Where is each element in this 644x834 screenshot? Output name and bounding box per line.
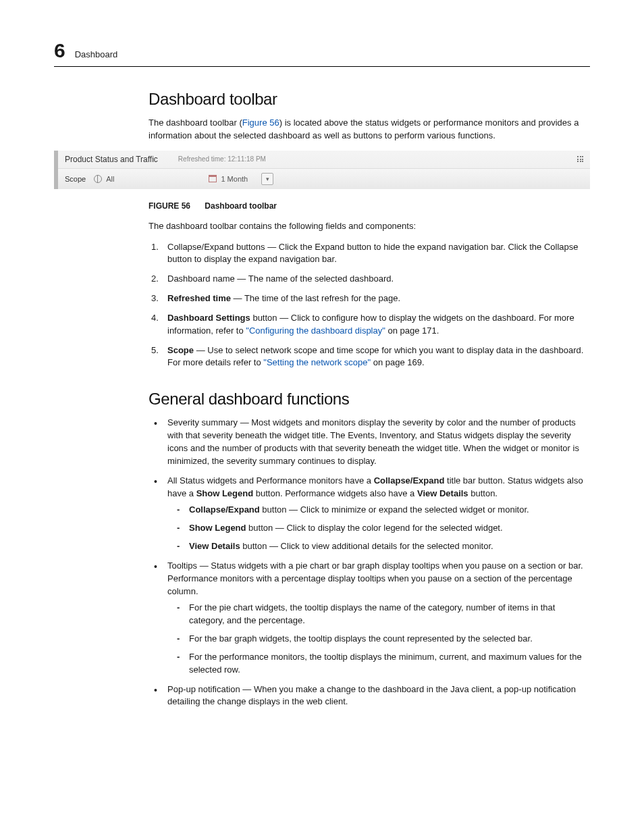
time-scope-dropdown-icon[interactable]: ▾ — [261, 173, 273, 185]
sub-list: For the pie chart widgets, the tooltip d… — [167, 602, 590, 676]
text: For the performance monitors, the toolti… — [189, 652, 582, 675]
sub-list: Collapse/Expand button — Click to minimi… — [167, 504, 590, 553]
list-item: All Status widgets and Performance monit… — [149, 475, 590, 553]
time-scope-value: 1 Month — [221, 175, 248, 183]
list-item: Scope — Use to select network scope and … — [149, 344, 590, 370]
content-column: Dashboard toolbar The dashboard toolbar … — [149, 90, 590, 708]
general-functions-list: Severity summary — Most widgets and moni… — [149, 417, 590, 708]
text: Tooltips — Status widgets with a pie cha… — [167, 561, 583, 596]
text-bold: Scope — [167, 345, 194, 355]
text: button. Performance widgets also have a — [253, 488, 417, 498]
text: — The time of the last refresh for the p… — [231, 293, 400, 303]
text-bold: View Details — [189, 541, 240, 551]
list-item: Severity summary — Most widgets and moni… — [149, 417, 590, 467]
text: For the bar graph widgets, the tooltip d… — [189, 633, 533, 644]
scope-label: Scope — [65, 175, 86, 183]
text: button. — [468, 488, 498, 498]
list-item: Dashboard Settings button — Click to con… — [149, 312, 590, 338]
page-root: 6 Dashboard Dashboard toolbar The dashbo… — [0, 0, 644, 756]
cross-ref-link[interactable]: "Setting the network scope" — [263, 357, 371, 367]
list-item: For the pie chart widgets, the tooltip d… — [167, 602, 590, 627]
text: Severity summary — Most widgets and moni… — [167, 417, 579, 466]
dashboard-name: Product Status and Traffic — [65, 155, 158, 164]
text-bold: Show Legend — [196, 488, 254, 498]
scope-value: All — [106, 175, 114, 183]
cross-ref-link[interactable]: "Configuring the dashboard display" — [246, 325, 385, 336]
list-item: Collapse/Expand buttons — Click the Expa… — [149, 241, 590, 267]
section1-intro: The dashboard toolbar (Figure 56) is loc… — [149, 117, 590, 142]
list-item: For the bar graph widgets, the tooltip d… — [167, 633, 590, 646]
time-scope-selector[interactable]: 1 Month — [209, 175, 248, 183]
text: All Status widgets and Performance monit… — [167, 475, 374, 486]
text-bold: Refreshed time — [167, 293, 231, 303]
text: For the pie chart widgets, the tooltip d… — [189, 602, 555, 625]
toolbar-row-top: Product Status and Traffic Refreshed tim… — [58, 151, 590, 169]
list-item: Pop-up notification — When you make a ch… — [149, 683, 590, 709]
page-header: 6 Dashboard — [54, 39, 590, 67]
component-list: Collapse/Expand buttons — Click the Expa… — [149, 241, 590, 370]
text-bold: View Details — [417, 488, 468, 498]
text: Dashboard name — The name of the selecte… — [167, 273, 394, 284]
dashboard-toolbar-figure: Product Status and Traffic Refreshed tim… — [54, 151, 590, 189]
text-bold: Collapse/Expand — [374, 475, 445, 486]
text: button — Click to display the color lege… — [246, 523, 503, 533]
list-item: Collapse/Expand button — Click to minimi… — [167, 504, 590, 517]
toolbar-row-scope: Scope All 1 Month ▾ — [58, 169, 590, 189]
text-bold: Dashboard Settings — [167, 313, 250, 323]
text: on page 171. — [385, 325, 439, 336]
text: button — Click to view additional detail… — [240, 541, 493, 551]
section-heading-general: General dashboard functions — [149, 390, 590, 409]
list-item: Dashboard name — The name of the selecte… — [149, 273, 590, 286]
chapter-number: 6 — [54, 39, 65, 62]
calendar-icon — [209, 175, 217, 182]
text: The dashboard toolbar ( — [149, 118, 242, 128]
globe-icon — [94, 175, 102, 183]
text: on page 169. — [371, 357, 425, 367]
components-intro: The dashboard toolbar contains the follo… — [149, 220, 590, 233]
dashboard-settings-icon[interactable] — [577, 156, 583, 162]
figure-caption: FIGURE 56 Dashboard toolbar — [149, 201, 590, 211]
text-bold: Show Legend — [189, 523, 246, 533]
text: Pop-up notification — When you make a ch… — [167, 684, 576, 707]
figure-56: Product Status and Traffic Refreshed tim… — [54, 151, 590, 189]
list-item: For the performance monitors, the toolti… — [167, 651, 590, 677]
text-bold: Collapse/Expand — [189, 504, 260, 515]
figure-label: FIGURE 56 — [149, 201, 190, 211]
text: button — Click to minimize or expand the… — [260, 504, 529, 515]
refreshed-time: Refreshed time: 12:11:18 PM — [178, 155, 266, 163]
list-item: Tooltips — Status widgets with a pie cha… — [149, 560, 590, 677]
figure-ref-link[interactable]: Figure 56 — [242, 118, 279, 128]
figure-title: Dashboard toolbar — [205, 201, 277, 211]
scope-selector[interactable]: All — [94, 175, 114, 183]
list-item: View Details button — Click to view addi… — [167, 540, 590, 553]
section-heading-toolbar: Dashboard toolbar — [149, 90, 590, 109]
list-item: Refreshed time — The time of the last re… — [149, 292, 590, 305]
chapter-title: Dashboard — [75, 49, 118, 59]
text: Collapse/Expand buttons — Click the Expa… — [167, 242, 579, 265]
list-item: Show Legend button — Click to display th… — [167, 522, 590, 535]
